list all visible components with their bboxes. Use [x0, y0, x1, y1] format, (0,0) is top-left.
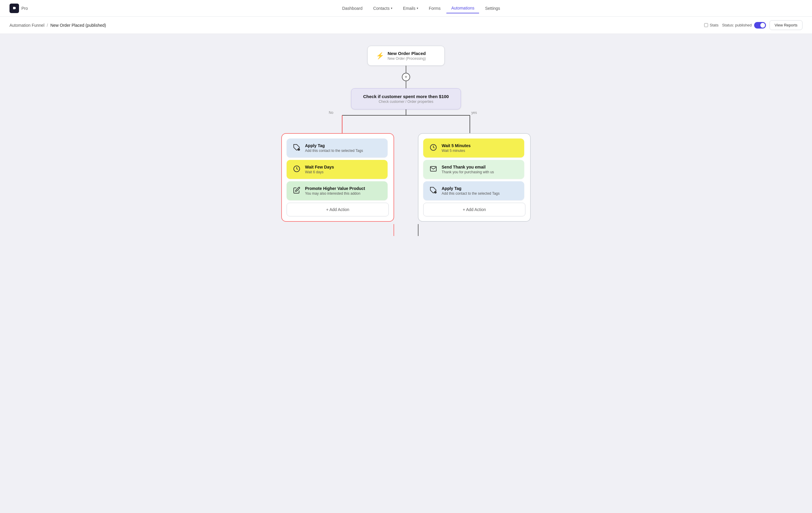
add-node-circle-1[interactable]: + [402, 73, 410, 81]
nav-forms[interactable]: Forms [424, 4, 445, 13]
trigger-node[interactable]: ⚡ New Order Placed New Order (Processing… [368, 46, 444, 66]
action-card-apply-tag-yes[interactable]: Apply Tag Add this contact to the select… [423, 181, 524, 200]
action-card-send-email[interactable]: Send Thank you email Thank you for purch… [423, 160, 524, 179]
action-card-wait-days[interactable]: Wait Few Days Wait 6 days [287, 160, 387, 179]
wait-days-icon [293, 165, 301, 174]
wait-days-info: Wait Few Days Wait 6 days [305, 165, 334, 174]
apply-tag-no-title: Apply Tag [305, 143, 363, 148]
no-branch-container: Apply Tag Add this contact to the select… [281, 133, 394, 222]
no-branch-add-action-button[interactable]: + Add Action [287, 203, 389, 216]
nav-contacts[interactable]: Contacts ▾ [368, 4, 397, 13]
breadcrumb-parent[interactable]: Automation Funnel [9, 23, 45, 28]
stats-checkbox[interactable]: Stats [704, 23, 719, 27]
trigger-title: New Order Placed [387, 51, 426, 56]
emails-chevron-icon: ▾ [417, 6, 418, 10]
action-card-apply-tag-no[interactable]: Apply Tag Add this contact to the select… [287, 138, 387, 158]
view-reports-button[interactable]: View Reports [770, 20, 803, 30]
canvas: ⚡ New Order Placed New Order (Processing… [0, 34, 812, 513]
breadcrumb-actions: Stats Status: published View Reports [704, 20, 803, 30]
main-nav: Dashboard Contacts ▾ Emails ▾ Forms Auto… [40, 3, 803, 14]
wait-5min-info: Wait 5 Minutes Wait 5 minutes [442, 143, 471, 153]
wait-5min-desc: Wait 5 minutes [442, 148, 471, 153]
svg-text:No: No [329, 111, 334, 115]
breadcrumb-bar: Automation Funnel / New Order Placed (pu… [0, 17, 812, 34]
trigger-subtitle: New Order (Processing) [387, 56, 426, 61]
branch-wrapper: Apply Tag Add this contact to the select… [228, 133, 584, 222]
trigger-icon: ⚡ [376, 52, 384, 60]
flow-container: ⚡ New Order Placed New Order (Processing… [228, 46, 584, 236]
wait-5min-icon [429, 144, 437, 153]
promote-icon [293, 187, 301, 195]
wait-5min-title: Wait 5 Minutes [442, 143, 471, 148]
status-toggle[interactable] [754, 22, 766, 29]
yes-branch-bottom-line [418, 224, 418, 236]
promote-info: Promote Higher Value Product You may als… [305, 186, 365, 195]
send-email-icon [429, 165, 437, 174]
connector-line-2 [406, 81, 406, 88]
breadcrumb: Automation Funnel / New Order Placed (pu… [9, 23, 106, 28]
bottom-connectors [278, 222, 534, 236]
no-branch-column: Apply Tag Add this contact to the select… [281, 133, 394, 222]
condition-node[interactable]: Check if customer spent more then $100 C… [351, 88, 461, 109]
nav-dashboard[interactable]: Dashboard [338, 4, 368, 13]
nav-settings[interactable]: Settings [480, 4, 505, 13]
contacts-chevron-icon: ▾ [391, 6, 392, 10]
promote-title: Promote Higher Value Product [305, 186, 365, 191]
header: Pro Dashboard Contacts ▾ Emails ▾ Forms … [0, 0, 812, 17]
status-badge: Status: published [722, 22, 766, 29]
breadcrumb-separator: / [47, 23, 48, 28]
wait-days-title: Wait Few Days [305, 165, 334, 169]
branch-svg-connector: No yes [278, 109, 534, 133]
yes-branch-add-action-button[interactable]: + Add Action [423, 203, 525, 216]
send-email-info: Send Thank you email Thank you for purch… [442, 165, 494, 174]
apply-tag-yes-icon [429, 187, 437, 195]
promote-desc: You may also interested this addon [305, 191, 365, 195]
condition-subtitle: Check customer / Order properties [363, 100, 449, 104]
connector-line-1 [406, 66, 406, 73]
apply-tag-yes-info: Apply Tag Add this contact to the select… [442, 186, 499, 195]
yes-branch-column: Wait 5 Minutes Wait 5 minutes [418, 133, 531, 222]
wait-days-desc: Wait 6 days [305, 170, 334, 174]
send-email-title: Send Thank you email [442, 165, 494, 169]
nav-automations[interactable]: Automations [446, 3, 479, 14]
apply-tag-no-desc: Add this contact to the selected Tags [305, 148, 363, 153]
apply-tag-no-info: Apply Tag Add this contact to the select… [305, 143, 363, 153]
action-card-wait-5min[interactable]: Wait 5 Minutes Wait 5 minutes [423, 138, 524, 158]
logo-icon [9, 4, 19, 13]
logo: Pro [9, 4, 28, 13]
no-branch-bottom-line [394, 224, 394, 236]
condition-title: Check if customer spent more then $100 [363, 94, 449, 99]
yes-branch-container: Wait 5 Minutes Wait 5 minutes [418, 133, 531, 222]
logo-text: Pro [21, 6, 28, 11]
svg-text:yes: yes [471, 111, 477, 115]
action-card-promote[interactable]: Promote Higher Value Product You may als… [287, 181, 387, 200]
apply-tag-yes-title: Apply Tag [442, 186, 499, 191]
app-shell: Pro Dashboard Contacts ▾ Emails ▾ Forms … [0, 0, 812, 513]
stats-checkbox-input[interactable] [704, 23, 708, 27]
apply-tag-yes-desc: Add this contact to the selected Tags [442, 191, 499, 195]
breadcrumb-current: New Order Placed (published) [50, 23, 106, 28]
send-email-desc: Thank you for purchasing with us [442, 170, 494, 174]
trigger-info: New Order Placed New Order (Processing) [387, 51, 426, 61]
nav-emails[interactable]: Emails ▾ [398, 4, 423, 13]
apply-tag-no-icon [293, 144, 301, 153]
